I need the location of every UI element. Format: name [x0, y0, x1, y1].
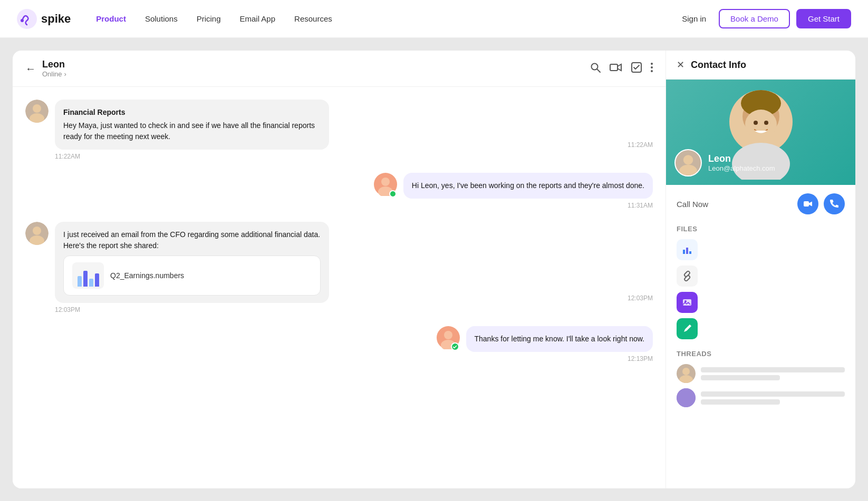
svg-point-24: [745, 110, 777, 139]
message-content: Financial Reports Hey Maya, just wanted …: [55, 100, 329, 160]
message-status: [451, 342, 459, 351]
message-row: I just received an email from the CFO re…: [25, 222, 653, 313]
task-icon[interactable]: [631, 62, 642, 76]
contact-body: Call Now FILES: [666, 185, 855, 488]
search-icon[interactable]: [590, 62, 601, 76]
chat-contact-status[interactable]: Online ›: [42, 70, 583, 78]
file-placeholder-wrap: [704, 328, 845, 330]
thread-placeholder-wrap: [701, 391, 845, 405]
contact-avatar-small: [674, 149, 702, 176]
book-demo-button[interactable]: Book a Demo: [719, 9, 790, 28]
svg-point-1: [21, 19, 24, 22]
file-name: Q2_Earnings.numbers: [110, 270, 184, 281]
avatar: [25, 100, 49, 123]
message-text: Hey Maya, just wanted to check in and se…: [63, 120, 321, 142]
nav-solutions[interactable]: Solutions: [145, 14, 178, 23]
call-now-label: Call Now: [677, 200, 708, 209]
svg-rect-31: [804, 201, 809, 207]
video-call-button[interactable]: [797, 193, 818, 214]
logo-icon: [17, 9, 37, 29]
message-row: Hi Leon, yes, I've been working on the r…: [25, 173, 653, 209]
contact-hero: Leon Leon@alphatech.com: [666, 80, 855, 185]
nav-links: Product Solutions Pricing Email App Reso…: [96, 14, 676, 23]
back-button[interactable]: ←: [25, 63, 36, 75]
chat-header: ← Leon Online ›: [13, 51, 666, 87]
bar: [89, 279, 93, 287]
thread-placeholder-line: [701, 367, 845, 372]
thread-placeholder-line-short: [701, 375, 780, 380]
close-button[interactable]: ✕: [677, 59, 684, 71]
video-icon[interactable]: [610, 63, 622, 75]
file-item: [677, 266, 845, 287]
svg-point-13: [381, 178, 390, 186]
files-list: [677, 239, 845, 339]
chat-header-actions: [590, 62, 653, 76]
thread-placeholder-line-short: [701, 399, 780, 405]
nav-pricing[interactable]: Pricing: [197, 14, 221, 23]
chat-header-info: Leon Online ›: [42, 59, 583, 78]
svg-point-0: [17, 9, 37, 29]
nav-product[interactable]: Product: [96, 14, 126, 23]
svg-point-16: [33, 227, 41, 235]
message-bubble: Thanks for letting me know. I'll take a …: [466, 326, 653, 352]
thread-placeholder-wrap: [701, 367, 845, 380]
get-started-button[interactable]: Get Start: [796, 9, 851, 28]
thread-avatar: [677, 388, 696, 407]
signin-button[interactable]: Sign in: [676, 10, 712, 27]
threads-list: [677, 364, 845, 407]
contact-info-overlay: Leon Leon@alphatech.com: [674, 149, 775, 176]
svg-rect-4: [610, 64, 618, 71]
file-icon-image[interactable]: [677, 292, 698, 313]
online-indicator: [389, 190, 397, 198]
phone-call-button[interactable]: [824, 193, 845, 214]
svg-line-3: [597, 69, 600, 72]
svg-rect-34: [689, 251, 691, 254]
file-item: [677, 318, 845, 339]
message-time: 12:03PM: [55, 306, 329, 313]
svg-point-10: [33, 104, 41, 113]
contact-panel-title: Contact Info: [691, 60, 746, 71]
message-text: Hi Leon, yes, I've been working on the r…: [412, 180, 644, 191]
svg-point-40: [677, 388, 696, 407]
chevron-right-icon: ›: [64, 70, 66, 78]
logo[interactable]: spike: [17, 9, 71, 29]
contact-full-name: Leon: [708, 153, 775, 164]
thread-item: [677, 364, 845, 383]
file-placeholder-wrap: [704, 275, 845, 278]
file-icon-edit[interactable]: [677, 318, 698, 339]
call-row: Call Now: [677, 193, 845, 214]
svg-point-6: [651, 63, 653, 65]
message-time: 11:22AM: [55, 153, 329, 160]
nav-emailapp[interactable]: Email App: [240, 14, 276, 23]
file-placeholder-wrap: [704, 301, 845, 304]
contact-name-block: Leon Leon@alphatech.com: [708, 153, 775, 172]
svg-point-8: [651, 70, 653, 72]
file-item: [677, 239, 845, 260]
message-title: Financial Reports: [63, 107, 321, 118]
svg-point-19: [444, 331, 452, 339]
message-text: I just received an email from the CFO re…: [63, 229, 321, 251]
navbar: spike Product Solutions Pricing Email Ap…: [0, 0, 868, 38]
svg-rect-33: [686, 248, 688, 254]
nav-resources[interactable]: Resources: [294, 14, 332, 23]
file-icon-link[interactable]: [677, 266, 698, 287]
message-bubble: I just received an email from the CFO re…: [55, 222, 329, 303]
message-time-right: 11:22AM: [628, 141, 653, 160]
threads-section-label: THREADS: [677, 350, 845, 358]
message-text: Thanks for letting me know. I'll take a …: [475, 333, 645, 345]
file-preview: [72, 262, 104, 289]
message-time: 12:13PM: [466, 355, 653, 362]
message-bubble: Financial Reports Hey Maya, just wanted …: [55, 100, 329, 150]
main-container: ← Leon Online ›: [0, 38, 868, 501]
thread-item: [677, 388, 845, 407]
message-time-right: 12:03PM: [628, 294, 653, 313]
message-row: Thanks for letting me know. I'll take a …: [25, 326, 653, 362]
more-icon[interactable]: [651, 63, 653, 75]
file-icon-chart[interactable]: [677, 239, 698, 260]
file-placeholder-wrap: [704, 249, 845, 251]
message-bubble: Hi Leon, yes, I've been working on the r…: [403, 173, 653, 199]
bar: [83, 271, 88, 287]
contact-email: Leon@alphatech.com: [708, 164, 775, 172]
file-attachment[interactable]: Q2_Earnings.numbers: [63, 256, 321, 296]
call-buttons: [797, 193, 845, 214]
